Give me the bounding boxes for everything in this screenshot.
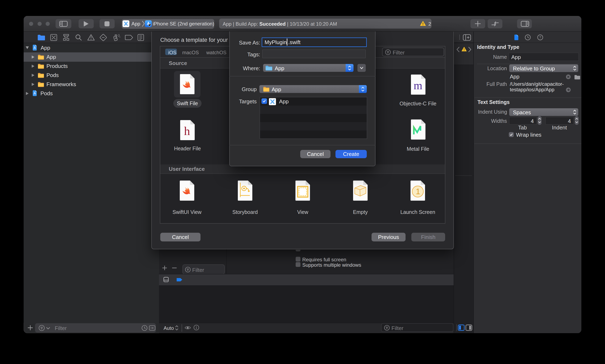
svg-text:1: 1 [416,187,420,196]
svg-text:?: ? [539,36,541,39]
svg-text:m: m [414,79,422,92]
svg-text:h: h [184,124,190,138]
